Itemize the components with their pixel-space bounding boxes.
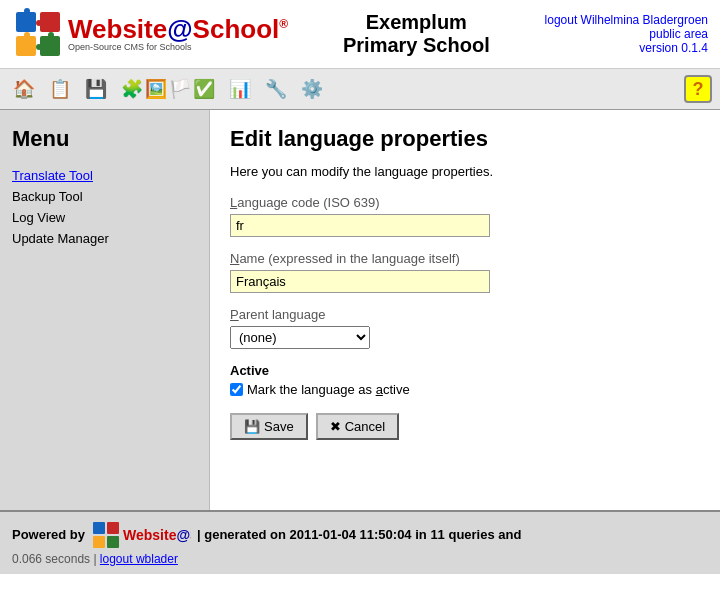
area-text: public area xyxy=(649,27,708,41)
backup-tool-text[interactable]: Backup Tool xyxy=(12,189,83,204)
svg-rect-11 xyxy=(48,32,54,38)
logo-area: Website@School® Open-Source CMS for Scho… xyxy=(12,8,288,60)
sidebar-item-translate[interactable]: Translate Tool xyxy=(12,168,197,183)
logo-container: Website@School® Open-Source CMS for Scho… xyxy=(12,8,288,60)
cancel-label: Cancel xyxy=(345,419,385,434)
footer: Powered by Website@School | generated on… xyxy=(0,510,720,574)
image-icon: 🖼️ xyxy=(145,78,167,100)
language-code-label: Language code (ISO 639) xyxy=(230,195,700,210)
sidebar-item-update[interactable]: Update Manager xyxy=(12,231,197,246)
puzzle-icon[interactable]: 🧩 xyxy=(116,73,148,105)
active-group: Active Mark the language as active xyxy=(230,363,700,397)
translate-tool-link[interactable]: Translate Tool xyxy=(12,168,93,183)
name-input[interactable] xyxy=(230,270,490,293)
name-label: Name (expressed in the language itself) xyxy=(230,251,700,266)
name-underline-char: N xyxy=(230,251,239,266)
powered-by-text: Powered by xyxy=(12,527,85,542)
intro-text: Here you can modify the language propert… xyxy=(230,164,700,179)
sidebar-item-log[interactable]: Log View xyxy=(12,210,197,225)
svg-rect-7 xyxy=(24,32,30,38)
language-code-input[interactable] xyxy=(230,214,490,237)
menu-title: Menu xyxy=(12,126,197,152)
content-area: Edit language properties Here you can mo… xyxy=(210,110,720,510)
active-checkbox[interactable] xyxy=(230,383,243,396)
update-manager-text[interactable]: Update Manager xyxy=(12,231,109,246)
site-title: Exemplum Primary School xyxy=(288,11,544,57)
parent-language-group: Parent language (none) English French Ge… xyxy=(230,307,700,349)
cancel-icon: ✖ xyxy=(330,419,341,434)
language-code-group: Language code (ISO 639) xyxy=(230,195,700,237)
toolbar-left: 🏠 📋 💾 🧩 🖼️ 🏳️ ✅ 📊 🔧 ⚙️ xyxy=(8,73,328,105)
home-icon[interactable]: 🏠 xyxy=(8,73,40,105)
svg-rect-6 xyxy=(16,36,36,56)
header: Website@School® Open-Source CMS for Scho… xyxy=(0,0,720,69)
logo-puzzle-icon xyxy=(12,8,64,60)
wrench-icon[interactable]: 🔧 xyxy=(260,73,292,105)
parent-language-select[interactable]: (none) English French German xyxy=(230,326,370,349)
main-layout: Menu Translate Tool Backup Tool Log View… xyxy=(0,110,720,510)
generated-text: | generated on 2011-01-04 11:50:04 in 11… xyxy=(197,527,521,542)
powered-by-row: Powered by Website@School | generated on… xyxy=(12,520,708,548)
toolbar: 🏠 📋 💾 🧩 🖼️ 🏳️ ✅ 📊 🔧 ⚙️ ? xyxy=(0,69,720,110)
image-tools-icon[interactable]: 🖼️ 🏳️ xyxy=(152,73,184,105)
svg-rect-13 xyxy=(107,522,119,534)
logo-text: Website@School® xyxy=(68,15,288,44)
page-title: Edit language properties xyxy=(230,126,700,152)
save-button[interactable]: 💾 Save xyxy=(230,413,308,440)
cancel-button[interactable]: ✖ Cancel xyxy=(316,413,399,440)
site-name-line2: Primary School xyxy=(288,34,544,57)
site-name-line1: Exemplum xyxy=(288,11,544,34)
sidebar: Menu Translate Tool Backup Tool Log View… xyxy=(0,110,210,510)
check-icon[interactable]: ✅ xyxy=(188,73,220,105)
name-group: Name (expressed in the language itself) xyxy=(230,251,700,293)
logout-link[interactable]: logout Wilhelmina Bladergroen xyxy=(545,13,708,27)
sidebar-menu: Translate Tool Backup Tool Log View Upda… xyxy=(12,168,197,246)
active-label: Active xyxy=(230,363,700,378)
svg-rect-14 xyxy=(93,536,105,548)
svg-rect-15 xyxy=(107,536,119,548)
sidebar-item-backup[interactable]: Backup Tool xyxy=(12,189,197,204)
parent-underline-char: P xyxy=(230,307,239,322)
log-view-text[interactable]: Log View xyxy=(12,210,65,225)
save-icon: 💾 xyxy=(244,419,260,434)
flag-icon: 🏳️ xyxy=(169,78,191,100)
svg-rect-12 xyxy=(93,522,105,534)
header-right: logout Wilhelmina Bladergroen public are… xyxy=(545,13,708,55)
time-text: 0.066 seconds | xyxy=(12,552,97,566)
file-icon[interactable]: 📋 xyxy=(44,73,76,105)
active-underline-char: a xyxy=(376,382,383,397)
svg-rect-1 xyxy=(24,8,30,14)
settings-icon[interactable]: ⚙️ xyxy=(296,73,328,105)
chart-icon[interactable]: 📊 xyxy=(224,73,256,105)
parent-language-label: Parent language xyxy=(230,307,700,322)
save-icon[interactable]: 💾 xyxy=(80,73,112,105)
help-icon[interactable]: ? xyxy=(684,75,712,103)
svg-text:Website@School: Website@School xyxy=(123,527,191,543)
active-checkbox-label[interactable]: Mark the language as active xyxy=(230,382,700,397)
button-row: 💾 Save ✖ Cancel xyxy=(230,413,700,440)
svg-rect-10 xyxy=(36,44,42,50)
svg-rect-0 xyxy=(16,12,36,32)
svg-rect-4 xyxy=(36,20,42,26)
footer-logout-link[interactable]: logout wblader xyxy=(100,552,178,566)
svg-rect-9 xyxy=(40,36,60,56)
footer-logo-icon: Website@School xyxy=(91,520,191,548)
version-text: version 0.1.4 xyxy=(639,41,708,55)
save-label: Save xyxy=(264,419,294,434)
footer-info: 0.066 seconds | logout wblader xyxy=(12,552,708,566)
svg-rect-3 xyxy=(40,12,60,32)
logo-tagline: Open-Source CMS for Schools xyxy=(68,43,288,53)
